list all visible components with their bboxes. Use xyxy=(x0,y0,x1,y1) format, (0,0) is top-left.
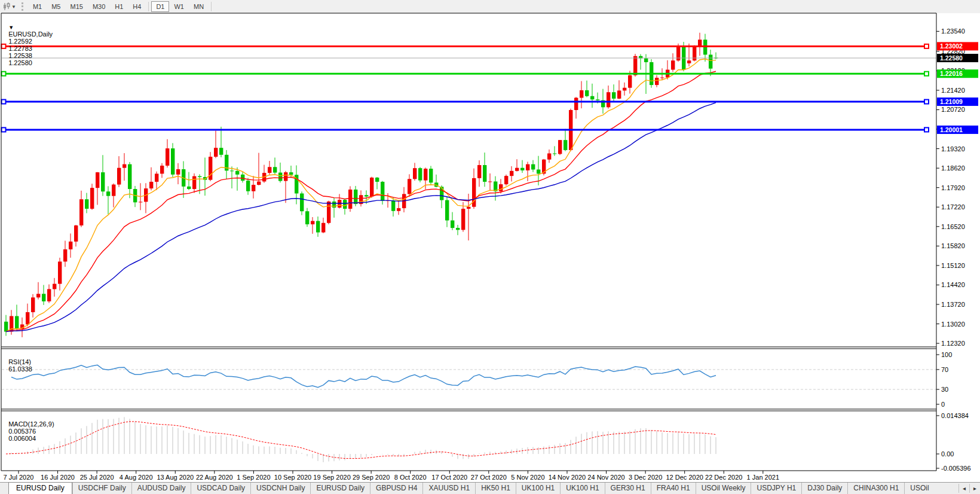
rsi-current-value: 61.0338 xyxy=(8,365,32,373)
ohlc-high-value: 1.22783 xyxy=(8,45,32,52)
ohlc-open-value: 1.22592 xyxy=(8,38,32,45)
chart-window-tabbar: EURUSD Daily USDCHF Daily AUDUSD Daily U… xyxy=(0,482,980,494)
tab-hk50-h1[interactable]: HK50 H1 xyxy=(475,483,516,494)
tab-eurusd-daily-2[interactable]: EURUSD Daily xyxy=(310,483,370,494)
rsi-name: RSI(14) xyxy=(8,358,31,365)
macd-label: MACD(12,26,9) 0.005376 0.006004 xyxy=(5,413,54,442)
tab-eurusd-daily[interactable]: EURUSD Daily xyxy=(8,482,72,494)
chart-title: ▼ EURUSD,Daily 1.22592 1.22783 1.22538 1… xyxy=(5,16,55,66)
time-axis[interactable] xyxy=(1,471,936,481)
tab-audusd-daily[interactable]: AUDUSD Daily xyxy=(131,483,191,494)
macd-name: MACD(12,26,9) xyxy=(8,420,54,428)
tab-usoil-weekly[interactable]: USOil Weekly xyxy=(696,483,751,494)
tab-fra40-h1[interactable]: FRA40 H1 xyxy=(651,483,696,494)
macd-indicator-pane[interactable] xyxy=(1,411,936,471)
price-axis[interactable] xyxy=(937,13,980,471)
tab-usdcad-daily[interactable]: USDCAD Daily xyxy=(191,483,250,494)
tab-usdjpy-h1[interactable]: USDJPY H1 xyxy=(751,483,801,494)
symbol-period-label: EURUSD,Daily xyxy=(8,31,53,38)
tab-dj30-daily[interactable]: DJ30 Daily xyxy=(801,483,847,494)
rsi-indicator-pane[interactable] xyxy=(1,349,936,409)
tab-uk100-h1-2[interactable]: UK100 H1 xyxy=(560,483,604,494)
tab-ger30-h1[interactable]: GER30 H1 xyxy=(605,483,651,494)
collapse-indicator-icon[interactable]: ▼ xyxy=(8,25,14,31)
tab-china300-h1[interactable]: CHINA300 H1 xyxy=(847,483,904,494)
tab-xauusd-h1[interactable]: XAUUSD H1 xyxy=(422,483,475,494)
tab-usdcnh-daily[interactable]: USDCNH Daily xyxy=(250,483,310,494)
macd-signal-value: 0.006004 xyxy=(8,435,36,442)
tab-uk100-h1[interactable]: UK100 H1 xyxy=(516,483,560,494)
tab-gbpusd-h4[interactable]: GBPUSD H4 xyxy=(370,483,422,494)
ohlc-close-value: 1.22580 xyxy=(8,59,32,66)
rsi-label: RSI(14) 61.0338 xyxy=(5,351,32,373)
ohlc-low-value: 1.22538 xyxy=(8,52,32,59)
main-chart-pane[interactable] xyxy=(1,13,936,347)
tab-usoil-truncated[interactable]: USOil xyxy=(904,483,934,494)
tab-scroll-right-icon[interactable]: ▸ xyxy=(969,484,980,493)
macd-main-value: 0.005376 xyxy=(8,428,36,435)
tab-scroll-left-icon[interactable]: ◂ xyxy=(958,484,969,493)
tab-usdchf-daily[interactable]: USDCHF Daily xyxy=(72,483,131,494)
